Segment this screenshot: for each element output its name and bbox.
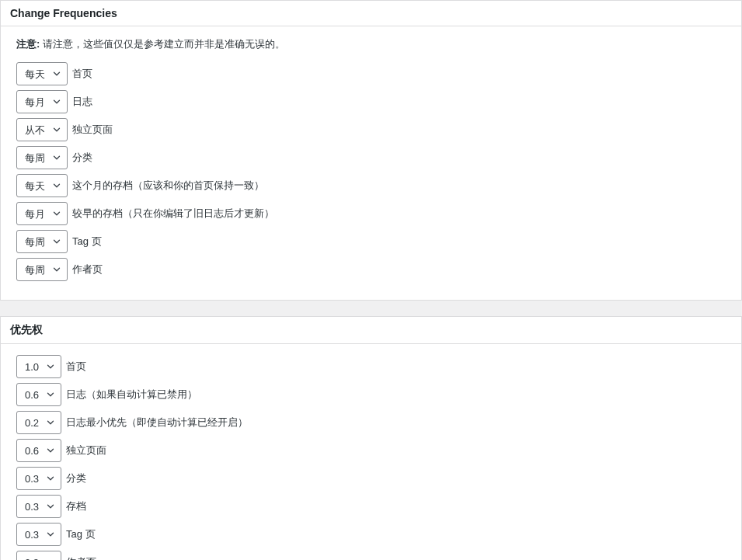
priorities-panel: 优先权 1.0 首页 0.6 日志（如果自动计算已禁用） 0.2 日志最小优先（…	[0, 316, 742, 560]
field-row: 每天 首页	[16, 62, 726, 85]
select-value: 每周	[25, 153, 45, 163]
select-value: 从不	[25, 125, 45, 135]
select-dropdown[interactable]: 0.3	[16, 495, 61, 518]
field-row: 0.2 日志最小优先（即使自动计算已经开启）	[16, 411, 726, 434]
field-label: 首页	[66, 360, 86, 374]
select-value: 1.0	[25, 362, 39, 372]
field-row: 每周 Tag 页	[16, 230, 726, 253]
select-dropdown[interactable]: 0.3	[16, 523, 61, 546]
select-value: 每天	[25, 181, 45, 191]
notice-text: 注意: 请注意，这些值仅仅是参考建立而并非是准确无误的。	[16, 37, 726, 51]
select-value: 0.6	[25, 446, 39, 456]
select-dropdown[interactable]: 0.2	[16, 411, 61, 434]
select-dropdown[interactable]: 每周	[16, 146, 68, 169]
field-row: 1.0 首页	[16, 355, 726, 378]
field-label: 日志（如果自动计算已禁用）	[66, 388, 197, 402]
chevron-down-icon	[51, 236, 62, 247]
field-row: 每月 日志	[16, 90, 726, 113]
chevron-down-icon	[51, 180, 62, 191]
priorities-title: 优先权	[1, 317, 741, 344]
select-dropdown[interactable]: 每周	[16, 258, 68, 281]
field-row: 从不 独立页面	[16, 118, 726, 141]
select-dropdown[interactable]: 0.3	[16, 467, 61, 490]
field-label: 首页	[72, 67, 92, 81]
change-frequencies-body: 注意: 请注意，这些值仅仅是参考建立而并非是准确无误的。 每天 首页 每月 日志…	[1, 26, 741, 300]
field-label: 存档	[66, 499, 86, 513]
field-row: 0.3 存档	[16, 495, 726, 518]
field-label: 独立页面	[72, 123, 113, 137]
field-label: 较早的存档（只在你编辑了旧日志后才更新）	[72, 207, 274, 221]
chevron-down-icon	[51, 68, 62, 79]
select-value: 每月	[25, 97, 45, 107]
select-value: 每天	[25, 69, 45, 79]
chevron-down-icon	[45, 389, 56, 400]
select-dropdown[interactable]: 1.0	[16, 355, 61, 378]
field-label: 这个月的存档（应该和你的首页保持一致）	[72, 179, 264, 193]
chevron-down-icon	[51, 96, 62, 107]
field-row: 每天 这个月的存档（应该和你的首页保持一致）	[16, 174, 726, 197]
select-dropdown[interactable]: 每周	[16, 230, 68, 253]
chevron-down-icon	[45, 361, 56, 372]
field-label: 日志最小优先（即使自动计算已经开启）	[66, 416, 248, 430]
field-label: 作者页	[66, 555, 96, 560]
select-dropdown[interactable]: 0.6	[16, 383, 61, 406]
select-value: 每月	[25, 209, 45, 219]
field-row: 0.6 日志（如果自动计算已禁用）	[16, 383, 726, 406]
field-row: 0.3 Tag 页	[16, 523, 726, 546]
select-value: 0.3	[25, 502, 39, 512]
chevron-down-icon	[51, 124, 62, 135]
chevron-down-icon	[45, 529, 56, 540]
select-value: 每周	[25, 237, 45, 247]
select-value: 0.2	[25, 418, 39, 428]
field-row: 0.3 分类	[16, 467, 726, 490]
select-value: 0.3	[25, 530, 39, 540]
field-label: 分类	[72, 151, 92, 165]
chevron-down-icon	[45, 557, 56, 560]
field-label: 独立页面	[66, 443, 106, 457]
field-label: Tag 页	[66, 527, 96, 541]
change-frequencies-title: Change Frequencies	[1, 1, 741, 26]
select-value: 0.3	[25, 558, 39, 561]
field-row: 每周 作者页	[16, 258, 726, 281]
field-row: 每周 分类	[16, 146, 726, 169]
select-dropdown[interactable]: 0.3	[16, 551, 61, 560]
select-value: 每周	[25, 265, 45, 275]
chevron-down-icon	[51, 264, 62, 275]
field-row: 0.3 作者页	[16, 551, 726, 560]
field-label: 作者页	[72, 263, 103, 277]
select-dropdown[interactable]: 从不	[16, 118, 68, 141]
select-dropdown[interactable]: 每天	[16, 62, 68, 85]
chevron-down-icon	[45, 445, 56, 456]
select-dropdown[interactable]: 0.6	[16, 439, 61, 462]
select-dropdown[interactable]: 每月	[16, 202, 68, 225]
notice-label: 注意:	[16, 38, 40, 50]
priorities-body: 1.0 首页 0.6 日志（如果自动计算已禁用） 0.2 日志最小优先（即使自动…	[1, 344, 741, 560]
chevron-down-icon	[51, 152, 62, 163]
chevron-down-icon	[45, 417, 56, 428]
chevron-down-icon	[51, 208, 62, 219]
field-row: 0.6 独立页面	[16, 439, 726, 462]
field-row: 每月 较早的存档（只在你编辑了旧日志后才更新）	[16, 202, 726, 225]
select-dropdown[interactable]: 每天	[16, 174, 68, 197]
select-value: 0.6	[25, 390, 39, 400]
select-dropdown[interactable]: 每月	[16, 90, 68, 113]
field-label: 日志	[72, 95, 92, 109]
field-label: Tag 页	[72, 235, 102, 249]
select-value: 0.3	[25, 474, 39, 484]
chevron-down-icon	[45, 501, 56, 512]
notice-content: 请注意，这些值仅仅是参考建立而并非是准确无误的。	[40, 38, 285, 50]
field-label: 分类	[66, 471, 86, 485]
chevron-down-icon	[45, 473, 56, 484]
change-frequencies-panel: Change Frequencies 注意: 请注意，这些值仅仅是参考建立而并非…	[0, 0, 742, 301]
